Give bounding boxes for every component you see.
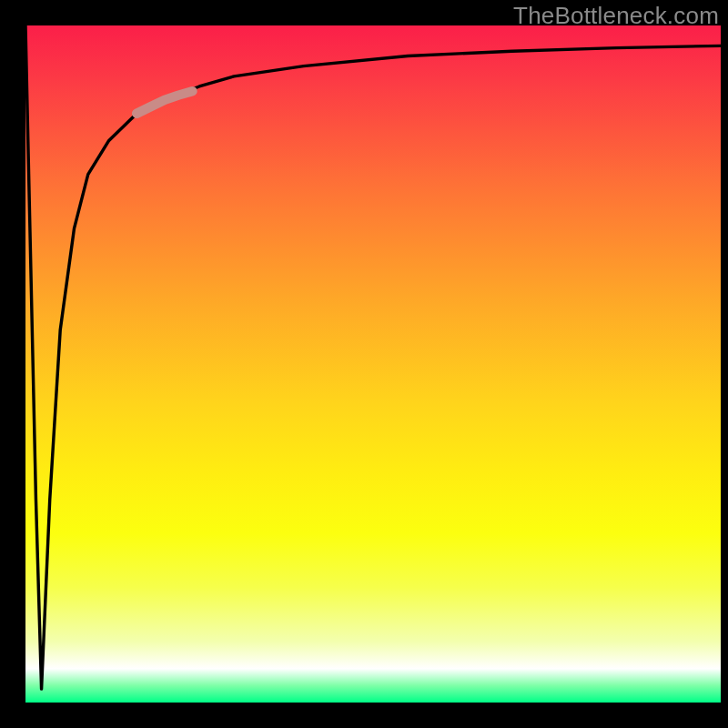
highlight-segment [136, 91, 192, 114]
plot-area [25, 25, 721, 703]
curve-layer [25, 25, 721, 703]
bottleneck-curve [25, 25, 721, 689]
chart-stage: TheBottleneck.com [0, 0, 728, 728]
